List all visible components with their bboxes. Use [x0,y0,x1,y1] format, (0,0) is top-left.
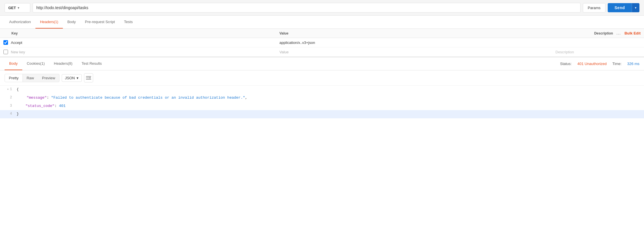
code-line-3: 3 "status_code": 401 [0,102,644,110]
send-dropdown-button[interactable]: ▾ [632,3,639,12]
line-num-3: 3 [0,102,14,110]
response-tab-test-results[interactable]: Test Results [77,57,107,70]
response-tab-cookies[interactable]: Cookies(1) [22,57,49,70]
response-tab-headers[interactable]: Headers(8) [49,57,77,70]
new-key-placeholder: New key [11,50,25,54]
format-chevron-icon: ▾ [77,76,79,80]
format-label: JSON [65,76,75,80]
tab-authorization[interactable]: Authorization [5,16,35,29]
url-input[interactable] [33,3,581,13]
format-dropdown[interactable]: JSON ▾ [62,74,82,82]
status-label: Status: [560,62,571,66]
response-tabs-bar: Body Cookies(1) Headers(8) Test Results … [0,57,644,70]
value-cell: application/x..v3+json [276,38,552,47]
headers-table-header-row: Key Value Description ... Bulk Edit [0,29,644,38]
request-tabs: Authorization Headers(1) Body Pre-reques… [5,16,639,29]
time-label: Time: [612,62,621,66]
new-desc-placeholder: Description [555,50,574,54]
response-tabs: Body Cookies(1) Headers(8) Test Results [5,57,560,70]
send-button-group: Send ▾ [608,3,639,12]
code-area: ▾ 1 { 2 "message": "Failed to authentica… [0,86,644,137]
new-row-checkbox[interactable] [3,50,8,54]
raw-button[interactable]: Raw [23,74,38,82]
method-chevron-icon: ▾ [18,6,19,9]
code-line-1: ▾ 1 { [0,86,644,94]
code-line-2: 2 "message": "Failed to authenticate bec… [0,94,644,102]
code-content-4: } [14,110,644,118]
new-key-inner: New key [3,50,273,54]
view-bar: Pretty Raw Preview JSON ▾ [0,70,644,86]
response-status-bar: Status: 401 Unauthorized Time: 326 ms [560,62,639,66]
request-tabs-section: Authorization Headers(1) Body Pre-reques… [0,16,644,29]
bulk-edit-link[interactable]: Bulk Edit [625,31,641,35]
response-tab-body[interactable]: Body [5,57,22,70]
line-num-2: 2 [0,94,14,102]
params-button[interactable]: Params [583,3,605,13]
line-num-1: ▾ 1 [0,86,14,93]
new-row: New key Value Description [0,47,644,57]
new-desc-cell: Description [552,47,644,57]
table-row: Accept application/x..v3+json [0,38,644,47]
headers-table: Key Value Description ... Bulk Edit [0,29,644,57]
line-num-4: 4 [0,110,14,118]
time-value: 326 ms [627,62,639,66]
response-section: Body Cookies(1) Headers(8) Test Results … [0,57,644,137]
value-column-header: Value [276,29,552,38]
row-checkbox[interactable] [3,40,8,45]
code-content-1: { [14,86,644,94]
code-content-3: "status_code": 401 [14,102,644,110]
send-button[interactable]: Send [608,3,632,12]
more-options-icon[interactable]: ... [617,31,621,35]
pretty-button[interactable]: Pretty [5,74,23,82]
wrap-icon[interactable] [84,73,93,82]
view-group: Pretty Raw Preview [5,74,59,82]
tab-tests[interactable]: Tests [119,16,137,29]
status-value: 401 Unauthorized [577,62,607,66]
th-actions: Description ... Bulk Edit [555,31,641,35]
code-line-4: 4 } [0,110,644,118]
fold-arrow-1[interactable]: ▾ [7,87,9,92]
top-bar: GET ▾ Params Send ▾ [0,0,644,16]
preview-button[interactable]: Preview [38,74,59,82]
headers-section: Key Value Description ... Bulk Edit [0,29,644,57]
tab-headers[interactable]: Headers(1) [35,16,63,29]
tab-body[interactable]: Body [63,16,81,29]
key-cell-inner: Accept [3,40,273,45]
new-key-cell: New key [0,47,276,57]
method-label: GET [8,6,16,10]
desc-cell [552,38,644,47]
method-dropdown[interactable]: GET ▾ [5,3,30,13]
new-value-cell: Value [276,47,552,57]
key-column-header: Key [0,29,276,38]
code-content-2: "message": "Failed to authenticate becau… [14,94,644,102]
desc-column-header: Description ... Bulk Edit [552,29,644,38]
key-cell: Accept [0,38,276,47]
tab-prerequest[interactable]: Pre-request Script [80,16,119,29]
new-value-placeholder: Value [279,50,289,54]
